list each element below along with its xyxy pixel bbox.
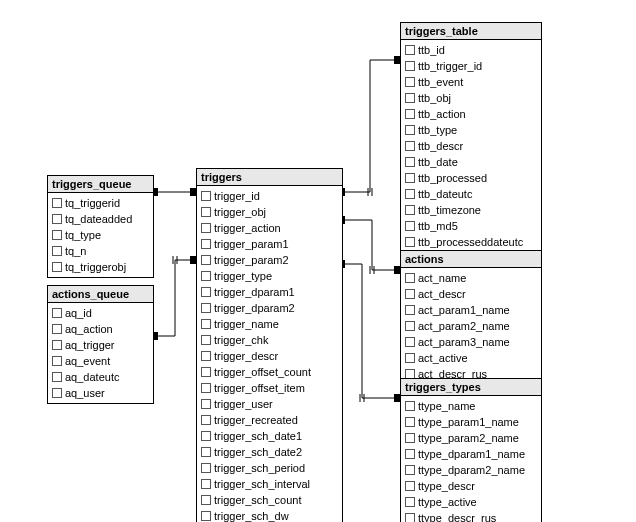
field-icon	[405, 417, 415, 427]
field-label: trigger_recreated	[214, 413, 298, 427]
field-row[interactable]: trigger_sch_date1	[197, 428, 342, 444]
field-row[interactable]: ttb_processed	[401, 170, 541, 186]
field-icon	[201, 383, 211, 393]
field-icon	[405, 433, 415, 443]
field-label: ttype_active	[418, 495, 477, 509]
field-row[interactable]: aq_dateutc	[48, 369, 153, 385]
field-row[interactable]: ttype_descr_rus	[401, 510, 541, 522]
field-row[interactable]: trigger_dparam2	[197, 300, 342, 316]
field-row[interactable]: trigger_user	[197, 396, 342, 412]
field-icon	[405, 189, 415, 199]
field-row[interactable]: trigger_offset_item	[197, 380, 342, 396]
field-row[interactable]: ttb_event	[401, 74, 541, 90]
field-row[interactable]: tq_triggerid	[48, 195, 153, 211]
field-label: aq_trigger	[65, 338, 115, 352]
field-row[interactable]: tq_dateadded	[48, 211, 153, 227]
field-row[interactable]: trigger_sch_count	[197, 492, 342, 508]
field-row[interactable]: trigger_sch_interval	[197, 476, 342, 492]
field-row[interactable]: trigger_sch_dw	[197, 508, 342, 522]
entity-triggers[interactable]: triggers trigger_id trigger_obj trigger_…	[196, 168, 343, 522]
field-label: ttb_processed	[418, 171, 487, 185]
field-list: tq_triggerid tq_dateadded tq_type tq_n t…	[48, 193, 153, 277]
entity-actions-queue[interactable]: actions_queue aq_id aq_action aq_trigger…	[47, 285, 154, 404]
field-row[interactable]: act_active	[401, 350, 541, 366]
field-row[interactable]: aq_id	[48, 305, 153, 321]
field-icon	[405, 141, 415, 151]
field-row[interactable]: act_param2_name	[401, 318, 541, 334]
field-icon	[405, 45, 415, 55]
field-row[interactable]: ttype_active	[401, 494, 541, 510]
field-row[interactable]: tq_type	[48, 227, 153, 243]
field-row[interactable]: act_param3_name	[401, 334, 541, 350]
field-label: tq_triggerobj	[65, 260, 126, 274]
field-row[interactable]: aq_trigger	[48, 337, 153, 353]
field-icon	[201, 479, 211, 489]
field-row[interactable]: trigger_type	[197, 268, 342, 284]
field-row[interactable]: trigger_descr	[197, 348, 342, 364]
field-icon	[405, 353, 415, 363]
field-label: ttb_processeddateutc	[418, 235, 523, 249]
field-label: act_param1_name	[418, 303, 510, 317]
field-row[interactable]: trigger_sch_date2	[197, 444, 342, 460]
field-row[interactable]: trigger_id	[197, 188, 342, 204]
field-row[interactable]: ttype_descr	[401, 478, 541, 494]
field-row[interactable]: ttb_action	[401, 106, 541, 122]
field-row[interactable]: trigger_sch_period	[197, 460, 342, 476]
field-label: trigger_user	[214, 397, 273, 411]
field-row[interactable]: ttb_processeddateutc	[401, 234, 541, 250]
field-row[interactable]: ttype_dparam1_name	[401, 446, 541, 462]
field-row[interactable]: ttype_param2_name	[401, 430, 541, 446]
field-label: trigger_dparam1	[214, 285, 295, 299]
field-icon	[52, 388, 62, 398]
field-list: aq_id aq_action aq_trigger aq_event aq_d…	[48, 303, 153, 403]
field-row[interactable]: act_name	[401, 270, 541, 286]
field-icon	[405, 173, 415, 183]
field-row[interactable]: ttype_param1_name	[401, 414, 541, 430]
field-label: ttype_dparam1_name	[418, 447, 525, 461]
field-label: trigger_sch_count	[214, 493, 301, 507]
field-row[interactable]: tq_n	[48, 243, 153, 259]
field-row[interactable]: trigger_name	[197, 316, 342, 332]
field-label: tq_dateadded	[65, 212, 132, 226]
field-row[interactable]: ttb_dateutc	[401, 186, 541, 202]
field-icon	[405, 465, 415, 475]
field-label: trigger_param2	[214, 253, 289, 267]
field-row[interactable]: ttb_date	[401, 154, 541, 170]
field-icon	[405, 221, 415, 231]
field-row[interactable]: trigger_obj	[197, 204, 342, 220]
field-row[interactable]: ttb_md5	[401, 218, 541, 234]
field-icon	[201, 447, 211, 457]
field-row[interactable]: ttb_descr	[401, 138, 541, 154]
field-row[interactable]: ttb_type	[401, 122, 541, 138]
field-label: ttype_descr	[418, 479, 475, 493]
field-icon	[405, 321, 415, 331]
field-row[interactable]: tq_triggerobj	[48, 259, 153, 275]
field-row[interactable]: aq_event	[48, 353, 153, 369]
field-row[interactable]: trigger_dparam1	[197, 284, 342, 300]
field-row[interactable]: aq_action	[48, 321, 153, 337]
field-row[interactable]: trigger_param1	[197, 236, 342, 252]
field-row[interactable]: act_descr	[401, 286, 541, 302]
field-row[interactable]: ttype_name	[401, 398, 541, 414]
field-row[interactable]: trigger_chk	[197, 332, 342, 348]
field-row[interactable]: ttb_id	[401, 42, 541, 58]
field-icon	[201, 351, 211, 361]
field-row[interactable]: act_param1_name	[401, 302, 541, 318]
field-row[interactable]: trigger_param2	[197, 252, 342, 268]
field-row[interactable]: ttb_timezone	[401, 202, 541, 218]
entity-triggers-types[interactable]: triggers_types ttype_name ttype_param1_n…	[400, 378, 542, 522]
field-row[interactable]: trigger_action	[197, 220, 342, 236]
field-row[interactable]: aq_user	[48, 385, 153, 401]
field-label: act_param2_name	[418, 319, 510, 333]
entity-triggers-queue[interactable]: triggers_queue tq_triggerid tq_dateadded…	[47, 175, 154, 278]
entity-actions[interactable]: actions act_name act_descr act_param1_na…	[400, 250, 542, 385]
field-icon	[52, 324, 62, 334]
field-label: trigger_name	[214, 317, 279, 331]
entity-triggers-table[interactable]: triggers_table ttb_id ttb_trigger_id ttb…	[400, 22, 542, 253]
field-row[interactable]: ttb_trigger_id	[401, 58, 541, 74]
field-row[interactable]: trigger_recreated	[197, 412, 342, 428]
field-icon	[201, 511, 211, 521]
field-row[interactable]: trigger_offset_count	[197, 364, 342, 380]
field-row[interactable]: ttb_obj	[401, 90, 541, 106]
field-row[interactable]: ttype_dparam2_name	[401, 462, 541, 478]
